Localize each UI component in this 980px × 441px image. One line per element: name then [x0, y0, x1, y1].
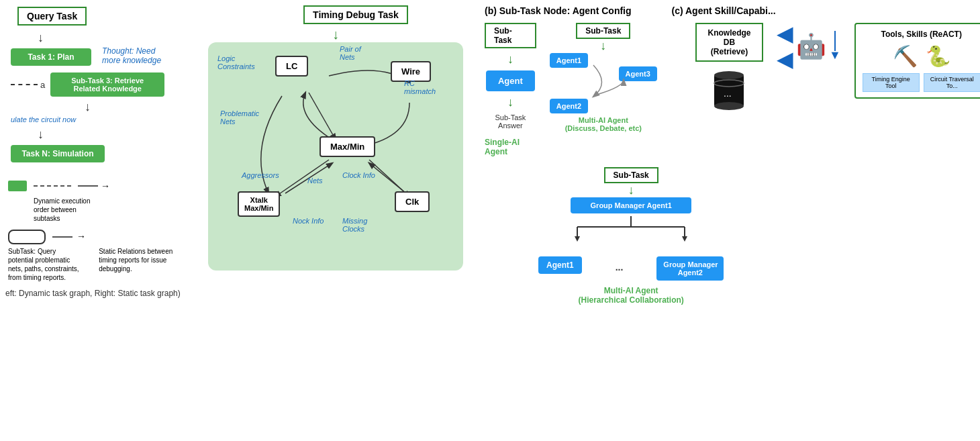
hier-group-manager2-box: Group ManagerAgent2	[656, 256, 724, 281]
svg-marker-8	[575, 236, 580, 242]
arrow-down-1: ↓	[38, 31, 44, 45]
rc-mismatch-label: RCmismatch	[404, 79, 436, 95]
left-panel: Query Task ↓ Task 1: Plan Thought: Need …	[0, 0, 195, 441]
hier-agent1-box: Agent1	[538, 256, 582, 274]
clk-node: Clk	[395, 191, 430, 212]
robot-icon: 🤖	[796, 32, 826, 60]
hier-branch	[557, 216, 705, 256]
nock-info-label: Nock Info	[293, 217, 324, 225]
pair-of-nets-label: Pair ofNets	[340, 45, 361, 61]
hier-arrow-down: ↓	[628, 183, 634, 197]
arrow-down-3: ↓	[38, 128, 44, 142]
arrow-left-top: ◀	[777, 23, 793, 44]
single-ai-diagram: Sub-Task ↓ Agent ↓ Sub-TaskAnswer Single…	[485, 23, 536, 156]
svg-point-3	[714, 102, 744, 110]
middle-panel: Timing Debug Task ↓	[195, 0, 477, 441]
single-ai-caption: Single-AI Agent	[485, 138, 536, 156]
group-manager1-box: Group Manager Agent1	[571, 197, 691, 213]
python-icon: 🐍	[926, 44, 950, 68]
hier-bottom-row: Agent1 ... Group ManagerAgent2	[538, 256, 724, 281]
thought-text-2: more knowledge	[102, 56, 161, 65]
robot-down-arrow: ▼	[829, 48, 841, 62]
left-arrows: ◀ ◀	[777, 23, 793, 70]
simulate-hint: ulate the circuit now	[11, 115, 76, 124]
multi-arrow-down: ↓	[600, 39, 606, 53]
tool-cards: Timing Engine Tool Circuit Traversal To.…	[863, 73, 980, 92]
svg-point-1	[714, 71, 744, 79]
legend-solid-line	[78, 185, 98, 187]
problematic-nets-label: ProblematicNets	[220, 109, 259, 126]
multi-ai-top-diagram: Sub-Task ↓ Agent1 Agent2 Agent3	[550, 23, 657, 132]
multi-subtask-box: Sub-Task	[576, 23, 630, 39]
arrow-down-2: ↓	[85, 100, 91, 114]
single-arrow-down-2: ↓	[507, 95, 513, 109]
knowledge-db-box: Knowledge DB(Retrieve)	[695, 23, 763, 62]
timing-debug-box: Timing Debug Task	[303, 5, 408, 24]
small-label: a	[40, 80, 45, 90]
maxmin-node: Max/Min	[320, 136, 375, 157]
tools-icons-row: ⛏️ 🐍	[863, 44, 980, 68]
legend-rounded-box	[8, 230, 46, 244]
subtask3-box: Sub-Task 3: RetrieveRelated Knowledge	[50, 72, 164, 97]
single-answer: Sub-TaskAnswer	[495, 113, 526, 130]
multi-agent-svg	[550, 53, 657, 113]
taskN-box: Task N: Simulation	[11, 145, 105, 162]
circuit-traversal-card: Circuit Traversal To...	[924, 73, 980, 92]
aggressors-label: Aggressors	[242, 171, 279, 179]
db-icon-area: ...	[709, 66, 749, 115]
thought-text: Thought: Need	[102, 46, 161, 56]
dashed-line	[11, 84, 38, 85]
robot-arrows-section: ◀ ◀ 🤖 ▼	[777, 23, 841, 70]
svg-text:...: ...	[724, 88, 732, 99]
nets-label: Nets	[307, 177, 323, 185]
graph-area: LC Wire Max/Min XtalkMax/Min Clk LogicCo…	[208, 42, 463, 271]
subtitle-c: (c) Agent Skill/Capabi...	[672, 5, 776, 16]
subtitle-b: (b) Sub-Task Node: Agent Config	[485, 5, 632, 16]
static-relations-desc: Static Relations betweentiming reports f…	[99, 247, 189, 273]
bottom-note: eft: Dynamic task graph, Right: Static t…	[5, 289, 189, 298]
single-subtask-box: Sub-Task	[485, 23, 536, 48]
single-arrow-down: ↓	[507, 52, 513, 66]
timing-arrow-down: ↓	[332, 27, 339, 42]
db-cylinder-svg: ...	[709, 66, 749, 113]
hier-svg	[557, 216, 705, 256]
legend-green-box	[8, 181, 27, 191]
legend-arrow-2: →	[77, 231, 86, 242]
timing-engine-card: Timing Engine Tool	[863, 73, 920, 92]
multi-ai-top-caption: Multi-AI Agent(Discuss, Debate, etc)	[565, 116, 642, 132]
legend-solid-arrowhead: →	[101, 181, 110, 191]
legend-dashed-arrow	[34, 185, 71, 187]
legend-solid-2	[52, 236, 72, 238]
ellipsis: ...	[616, 262, 624, 273]
legend-dashed-desc: Dynamic executionorder betweensubtasks	[34, 197, 114, 223]
knowledge-db-section: Knowledge DB(Retrieve) ...	[695, 23, 763, 119]
xtalk-node: XtalkMax/Min	[238, 191, 280, 217]
task1-box: Task 1: Plan	[11, 48, 91, 66]
right-panel: (b) Sub-Task Node: Agent Config (c) Agen…	[477, 0, 980, 441]
missing-clocks-label: MissingClocks	[342, 217, 367, 233]
single-agent-box: Agent	[486, 70, 535, 91]
hier-caption: Multi-AI Agent(Hierarchical Collaboratio…	[578, 286, 683, 305]
logic-constraints-label: LogicConstraints	[217, 54, 255, 70]
lc-node: LC	[275, 56, 308, 77]
clock-info-label: Clock Info	[342, 171, 375, 179]
tools-section: Tools, Skills (ReACT) ⛏️ 🐍 Timing Engine…	[854, 23, 980, 99]
hammer-pick-icon: ⛏️	[893, 44, 918, 68]
hierarchical-diagram: Sub-Task ↓ Group Manager Agent1	[538, 167, 724, 305]
tools-title: Tools, Skills (ReACT)	[863, 30, 980, 39]
arrow-left-bot: ◀	[777, 48, 793, 70]
query-task-box: Query Task	[17, 7, 87, 26]
hier-subtask-box: Sub-Task	[604, 167, 658, 183]
svg-marker-10	[682, 236, 687, 242]
subtask-query-desc: SubTask: Querypotential problematicnets,…	[8, 247, 92, 282]
